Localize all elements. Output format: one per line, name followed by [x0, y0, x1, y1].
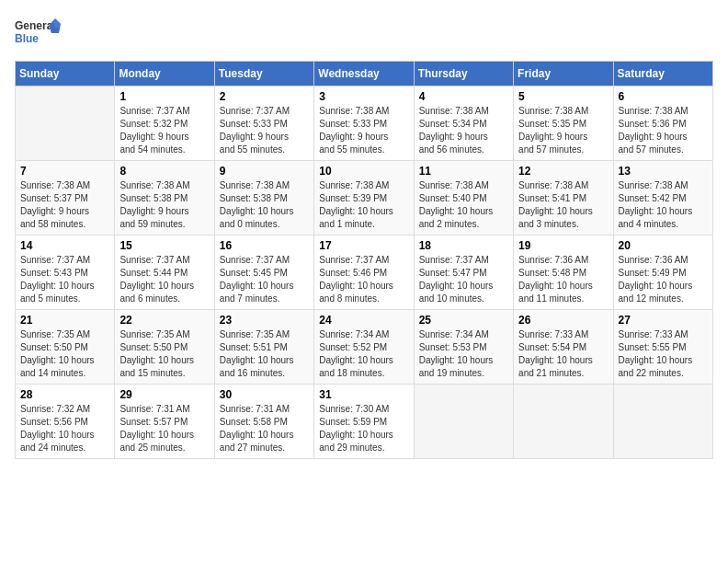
calendar-cell: 2Sunrise: 7:37 AMSunset: 5:33 PMDaylight… [214, 86, 313, 161]
day-info: Sunrise: 7:33 AMSunset: 5:55 PMDaylight:… [619, 328, 708, 380]
day-number: 3 [319, 90, 408, 103]
calendar-cell [16, 86, 115, 161]
day-info: Sunrise: 7:31 AMSunset: 5:57 PMDaylight:… [119, 403, 209, 454]
day-info: Sunrise: 7:38 AMSunset: 5:36 PMDaylight:… [619, 105, 708, 156]
days-header-row: SundayMondayTuesdayWednesdayThursdayFrid… [16, 62, 713, 86]
day-info: Sunrise: 7:32 AMSunset: 5:56 PMDaylight:… [20, 403, 109, 454]
calendar-cell: 10Sunrise: 7:38 AMSunset: 5:39 PMDayligh… [314, 161, 414, 236]
day-number: 13 [619, 165, 708, 178]
calendar-cell: 12Sunrise: 7:38 AMSunset: 5:41 PMDayligh… [514, 161, 613, 236]
logo-svg: General Blue [15, 15, 61, 52]
calendar-cell: 11Sunrise: 7:38 AMSunset: 5:40 PMDayligh… [414, 161, 513, 236]
day-number: 23 [220, 314, 309, 327]
calendar-cell: 15Sunrise: 7:37 AMSunset: 5:44 PMDayligh… [115, 236, 214, 310]
logo: General Blue [15, 15, 61, 52]
day-number: 28 [20, 388, 109, 401]
day-info: Sunrise: 7:37 AMSunset: 5:32 PMDaylight:… [119, 105, 209, 156]
calendar-cell: 13Sunrise: 7:38 AMSunset: 5:42 PMDayligh… [613, 161, 712, 236]
day-number: 5 [518, 90, 608, 103]
day-number: 2 [220, 90, 309, 103]
day-info: Sunrise: 7:37 AMSunset: 5:47 PMDaylight:… [419, 254, 508, 305]
calendar-cell: 17Sunrise: 7:37 AMSunset: 5:46 PMDayligh… [314, 236, 414, 310]
day-info: Sunrise: 7:30 AMSunset: 5:59 PMDaylight:… [319, 403, 408, 454]
day-header-tuesday: Tuesday [214, 62, 313, 86]
calendar-cell: 6Sunrise: 7:38 AMSunset: 5:36 PMDaylight… [613, 86, 712, 161]
calendar-cell: 23Sunrise: 7:35 AMSunset: 5:51 PMDayligh… [214, 310, 313, 385]
day-header-wednesday: Wednesday [314, 62, 414, 86]
day-number: 11 [419, 165, 508, 178]
day-info: Sunrise: 7:35 AMSunset: 5:50 PMDaylight:… [20, 328, 109, 380]
day-info: Sunrise: 7:36 AMSunset: 5:49 PMDaylight:… [619, 254, 708, 305]
day-info: Sunrise: 7:34 AMSunset: 5:52 PMDaylight:… [319, 328, 408, 380]
calendar-cell [414, 385, 513, 459]
calendar-cell: 7Sunrise: 7:38 AMSunset: 5:37 PMDaylight… [16, 161, 115, 236]
day-number: 24 [319, 314, 408, 327]
day-header-monday: Monday [115, 62, 214, 86]
calendar-cell: 26Sunrise: 7:33 AMSunset: 5:54 PMDayligh… [514, 310, 613, 385]
day-number: 21 [20, 314, 109, 327]
day-info: Sunrise: 7:37 AMSunset: 5:46 PMDaylight:… [319, 254, 408, 305]
calendar-cell: 30Sunrise: 7:31 AMSunset: 5:58 PMDayligh… [214, 385, 313, 459]
day-info: Sunrise: 7:34 AMSunset: 5:53 PMDaylight:… [419, 328, 508, 380]
calendar-cell: 27Sunrise: 7:33 AMSunset: 5:55 PMDayligh… [613, 310, 712, 385]
day-header-thursday: Thursday [414, 62, 513, 86]
day-info: Sunrise: 7:33 AMSunset: 5:54 PMDaylight:… [518, 328, 608, 380]
week-row-1: 1Sunrise: 7:37 AMSunset: 5:32 PMDaylight… [16, 86, 713, 161]
calendar-cell: 4Sunrise: 7:38 AMSunset: 5:34 PMDaylight… [414, 86, 513, 161]
day-info: Sunrise: 7:37 AMSunset: 5:44 PMDaylight:… [119, 254, 209, 305]
calendar-cell: 21Sunrise: 7:35 AMSunset: 5:50 PMDayligh… [16, 310, 115, 385]
day-number: 27 [619, 314, 708, 327]
day-number: 16 [220, 239, 309, 252]
calendar-cell: 24Sunrise: 7:34 AMSunset: 5:52 PMDayligh… [314, 310, 414, 385]
week-row-4: 21Sunrise: 7:35 AMSunset: 5:50 PMDayligh… [16, 310, 713, 385]
calendar-cell: 18Sunrise: 7:37 AMSunset: 5:47 PMDayligh… [414, 236, 513, 310]
week-row-2: 7Sunrise: 7:38 AMSunset: 5:37 PMDaylight… [16, 161, 713, 236]
day-number: 20 [619, 239, 708, 252]
day-info: Sunrise: 7:38 AMSunset: 5:40 PMDaylight:… [419, 179, 508, 231]
calendar-cell: 16Sunrise: 7:37 AMSunset: 5:45 PMDayligh… [214, 236, 313, 310]
day-number: 12 [518, 165, 608, 178]
day-number: 14 [20, 239, 109, 252]
day-number: 10 [319, 165, 408, 178]
day-info: Sunrise: 7:37 AMSunset: 5:45 PMDaylight:… [220, 254, 309, 305]
day-number: 17 [319, 239, 408, 252]
calendar-cell: 1Sunrise: 7:37 AMSunset: 5:32 PMDaylight… [115, 86, 214, 161]
calendar-cell: 29Sunrise: 7:31 AMSunset: 5:57 PMDayligh… [115, 385, 214, 459]
day-number: 9 [220, 165, 309, 178]
calendar-cell: 28Sunrise: 7:32 AMSunset: 5:56 PMDayligh… [16, 385, 115, 459]
day-number: 26 [518, 314, 608, 327]
calendar-cell: 3Sunrise: 7:38 AMSunset: 5:33 PMDaylight… [314, 86, 414, 161]
calendar-table: SundayMondayTuesdayWednesdayThursdayFrid… [15, 61, 713, 459]
header: General Blue [15, 15, 713, 52]
day-info: Sunrise: 7:31 AMSunset: 5:58 PMDaylight:… [220, 403, 309, 454]
calendar-cell [514, 385, 613, 459]
calendar-cell: 20Sunrise: 7:36 AMSunset: 5:49 PMDayligh… [613, 236, 712, 310]
day-info: Sunrise: 7:36 AMSunset: 5:48 PMDaylight:… [518, 254, 608, 305]
day-info: Sunrise: 7:38 AMSunset: 5:41 PMDaylight:… [518, 179, 608, 231]
day-header-sunday: Sunday [16, 62, 115, 86]
day-info: Sunrise: 7:38 AMSunset: 5:37 PMDaylight:… [20, 179, 109, 231]
calendar-cell [613, 385, 712, 459]
day-number: 19 [518, 239, 608, 252]
day-header-friday: Friday [514, 62, 613, 86]
calendar-cell: 22Sunrise: 7:35 AMSunset: 5:50 PMDayligh… [115, 310, 214, 385]
calendar-cell: 9Sunrise: 7:38 AMSunset: 5:38 PMDaylight… [214, 161, 313, 236]
calendar-cell: 25Sunrise: 7:34 AMSunset: 5:53 PMDayligh… [414, 310, 513, 385]
calendar-cell: 8Sunrise: 7:38 AMSunset: 5:38 PMDaylight… [115, 161, 214, 236]
calendar-cell: 14Sunrise: 7:37 AMSunset: 5:43 PMDayligh… [16, 236, 115, 310]
day-number: 6 [619, 90, 708, 103]
day-info: Sunrise: 7:35 AMSunset: 5:50 PMDaylight:… [119, 328, 209, 380]
calendar-cell: 19Sunrise: 7:36 AMSunset: 5:48 PMDayligh… [514, 236, 613, 310]
day-number: 29 [119, 388, 209, 401]
day-number: 25 [419, 314, 508, 327]
day-info: Sunrise: 7:38 AMSunset: 5:38 PMDaylight:… [220, 179, 309, 231]
day-info: Sunrise: 7:38 AMSunset: 5:39 PMDaylight:… [319, 179, 408, 231]
day-number: 8 [119, 165, 209, 178]
day-info: Sunrise: 7:38 AMSunset: 5:35 PMDaylight:… [518, 105, 608, 156]
week-row-3: 14Sunrise: 7:37 AMSunset: 5:43 PMDayligh… [16, 236, 713, 310]
day-header-saturday: Saturday [613, 62, 712, 86]
svg-text:Blue: Blue [15, 32, 39, 45]
day-number: 7 [20, 165, 109, 178]
day-info: Sunrise: 7:38 AMSunset: 5:42 PMDaylight:… [619, 179, 708, 231]
day-number: 15 [119, 239, 209, 252]
